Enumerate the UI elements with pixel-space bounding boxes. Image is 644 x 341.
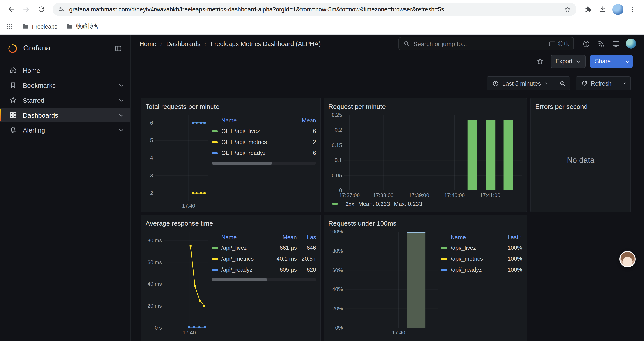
series-name[interactable]: /api/_metrics	[222, 255, 270, 262]
sidebar-item-bookmarks[interactable]: Bookmarks	[0, 78, 130, 93]
chevron-down-icon[interactable]	[118, 112, 124, 118]
panel-title[interactable]: Request per minute	[328, 101, 522, 112]
y-tick-label: 3	[150, 172, 153, 179]
series-name[interactable]: GET /api/_readyz	[222, 150, 300, 156]
zoom-out-time-button[interactable]	[555, 76, 570, 90]
plot-area[interactable]	[155, 115, 208, 201]
plot-area[interactable]	[344, 115, 522, 190]
downloads-button[interactable]	[596, 2, 610, 16]
share-menu-caret[interactable]	[622, 59, 632, 64]
legend-scrollbar[interactable]	[212, 162, 316, 165]
back-button[interactable]	[4, 2, 18, 16]
bookmark-folder-blogs[interactable]: 收藏博客	[66, 22, 99, 30]
refresh-label: Refresh	[591, 80, 612, 87]
legend-row[interactable]: /api/_readyz 100%	[441, 264, 522, 275]
panel-title[interactable]: Requests under 100ms	[328, 218, 522, 228]
series-name[interactable]: /api/_livez	[222, 244, 270, 251]
breadcrumb-home[interactable]: Home	[140, 40, 156, 47]
chevron-down-icon[interactable]	[118, 127, 124, 133]
legend-col-name[interactable]: Name	[441, 234, 500, 240]
display-tv-button[interactable]	[610, 38, 622, 50]
series-name[interactable]: /api/_readyz	[222, 266, 270, 273]
legend-header: Name Last *	[441, 232, 522, 242]
bar-chart[interactable]: 100%80%60%40%20%0% 17:40	[328, 232, 438, 341]
news-rss-button[interactable]	[595, 38, 607, 50]
legend-col-name[interactable]: Name	[212, 117, 300, 124]
legend-scrollbar[interactable]	[212, 278, 316, 281]
profile-button[interactable]	[611, 2, 625, 16]
legend-row[interactable]: /api/_livez 100%	[441, 242, 522, 253]
series-name[interactable]: /api/_metrics	[451, 255, 500, 262]
series-name[interactable]: GET /api/_metrics	[222, 139, 300, 145]
refresh-button[interactable]: Refresh	[576, 76, 617, 90]
export-button[interactable]: Export	[550, 55, 586, 68]
clock-icon	[492, 80, 499, 87]
series-last-value: 620	[297, 266, 316, 273]
search-bar[interactable]: ⌘+k	[398, 37, 574, 51]
chart-canvas[interactable]	[164, 232, 208, 328]
search-input[interactable]	[414, 40, 545, 47]
legend-col-mean[interactable]: Mean	[270, 234, 297, 240]
y-tick-label: 100%	[330, 229, 343, 235]
series-mean-value: 6	[300, 150, 316, 156]
panel-title[interactable]: Average response time	[146, 218, 316, 228]
series-name[interactable]: GET /api/_livez	[222, 128, 300, 134]
x-tick-label: 17:37:00	[339, 192, 360, 198]
legend-row[interactable]: /api/_livez 661 µs 646	[212, 242, 316, 253]
bar-chart[interactable]: 0.250.20.150.10.050 17:37:0017:38:0017:3…	[328, 115, 522, 198]
breadcrumb-dashboards[interactable]: Dashboards	[166, 40, 200, 47]
browser-menu-button[interactable]	[626, 2, 640, 16]
user-avatar-button[interactable]	[625, 38, 637, 50]
series-name[interactable]: /api/_livez	[451, 244, 500, 251]
forward-button[interactable]	[19, 2, 33, 16]
legend-col-last[interactable]: Las	[297, 234, 316, 240]
panel-title[interactable]: Total requests per minute	[146, 101, 316, 112]
scrollbar-thumb[interactable]	[212, 278, 267, 281]
plot-area[interactable]	[164, 232, 208, 328]
legend-row[interactable]: /api/_metrics 100%	[441, 253, 522, 264]
legend-row[interactable]: GET /api/_livez 6	[212, 126, 316, 137]
time-range-picker[interactable]: Last 5 minutes	[486, 76, 556, 90]
sidebar-item-alerting[interactable]: Alerting	[0, 122, 130, 137]
series-mean-value: 6	[300, 128, 316, 134]
url-input[interactable]	[69, 6, 560, 13]
apps-grid-icon[interactable]	[6, 23, 13, 30]
y-tick-label: 0.15	[332, 142, 342, 148]
sidebar-item-starred[interactable]: Starred	[0, 93, 130, 108]
legend-row[interactable]: /api/_metrics 40.1 ms 20.5 r	[212, 253, 316, 264]
refresh-interval-dropdown[interactable]	[617, 76, 631, 90]
legend-row[interactable]: GET /api/_metrics 2	[212, 137, 316, 147]
collapse-sidebar-button[interactable]	[112, 42, 124, 55]
bookmark-star-icon[interactable]	[564, 6, 571, 13]
sidebar-item-home[interactable]: Home	[0, 63, 130, 78]
share-button[interactable]: Share	[590, 55, 632, 68]
sidebar-item-dashboards[interactable]: Dashboards	[0, 108, 130, 122]
legend-col-last[interactable]: Last *	[500, 234, 522, 240]
plot-area[interactable]	[345, 232, 438, 328]
url-bar[interactable]	[52, 3, 576, 16]
bookmark-folder-freeleaps[interactable]: Freeleaps	[22, 23, 58, 30]
legend-stats[interactable]: 2xx Mean: 0.233 Max: 0.233	[328, 198, 522, 209]
legend-row[interactable]: /api/_readyz 605 µs 620	[212, 264, 316, 275]
extensions-button[interactable]	[581, 2, 595, 16]
chevron-down-icon[interactable]	[118, 82, 124, 88]
panel-title[interactable]: Errors per second	[535, 101, 626, 112]
chevron-down-icon[interactable]	[118, 97, 124, 103]
legend-col-name[interactable]: Name	[212, 234, 270, 240]
help-button[interactable]	[580, 38, 592, 50]
scrollbar-thumb[interactable]	[212, 162, 272, 165]
series-name[interactable]: 2xx	[346, 200, 354, 207]
chart-canvas[interactable]	[345, 232, 438, 328]
assistant-avatar-overlay[interactable]	[620, 251, 636, 267]
site-settings-icon[interactable]	[58, 6, 65, 13]
favorite-dashboard-star-icon[interactable]	[534, 55, 546, 67]
grafana-logo[interactable]	[8, 43, 18, 54]
time-series-chart[interactable]: 65432 17:40	[146, 115, 208, 209]
chart-canvas[interactable]	[344, 115, 522, 190]
series-name[interactable]: /api/_readyz	[451, 266, 500, 273]
time-series-chart[interactable]: 80 ms60 ms40 ms20 ms0 s 17:40	[146, 232, 208, 341]
reload-button[interactable]	[34, 2, 48, 16]
chart-canvas[interactable]	[155, 115, 208, 201]
legend-row[interactable]: GET /api/_readyz 6	[212, 147, 316, 158]
legend-col-mean[interactable]: Mean	[300, 117, 316, 124]
